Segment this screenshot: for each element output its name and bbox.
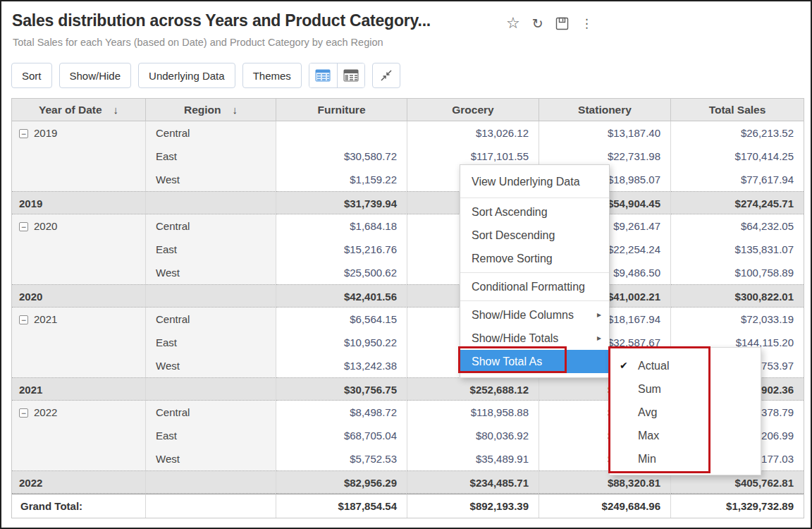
region-cell[interactable] xyxy=(146,470,276,494)
grocery-cell[interactable]: $35,489.91 xyxy=(407,447,539,470)
submenu-item-avg[interactable]: Avg xyxy=(610,401,761,424)
total-sales-cell[interactable]: $170,414.25 xyxy=(671,145,804,168)
collapse-group-icon[interactable] xyxy=(19,408,28,418)
furniture-cell[interactable]: $82,956.29 xyxy=(276,470,407,494)
submenu-item-max[interactable]: Max xyxy=(610,424,761,447)
region-cell[interactable] xyxy=(146,284,276,308)
furniture-cell[interactable]: $30,756.75 xyxy=(276,377,407,401)
region-cell[interactable]: Central xyxy=(146,308,276,331)
stationery-cell[interactable]: $249,684.96 xyxy=(539,494,671,518)
year-cell[interactable]: 2020 xyxy=(12,284,146,308)
region-cell[interactable]: West xyxy=(146,261,276,284)
region-cell[interactable] xyxy=(146,377,276,401)
favorite-star-icon[interactable] xyxy=(506,16,520,31)
menu-item-view-underlying-data[interactable]: View Underlying Data xyxy=(460,168,609,195)
menu-item-conditional-formatting[interactable]: Conditional Formatting xyxy=(460,275,609,298)
furniture-cell[interactable]: $25,500.62 xyxy=(276,261,407,284)
total-sales-cell[interactable]: $135,831.07 xyxy=(671,238,804,261)
menu-item-show-hide-totals[interactable]: Show/Hide Totals xyxy=(460,327,609,350)
total-sales-cell[interactable]: $64,232.05 xyxy=(671,214,804,238)
furniture-cell[interactable]: $8,498.72 xyxy=(276,401,407,424)
region-cell[interactable]: West xyxy=(146,354,276,377)
furniture-cell[interactable]: $68,705.04 xyxy=(276,424,407,447)
underlying-data-button[interactable]: Underlying Data xyxy=(138,63,235,88)
refresh-icon[interactable] xyxy=(532,16,543,32)
year-cell[interactable] xyxy=(12,447,146,470)
total-sales-cell[interactable]: $77,617.94 xyxy=(671,168,804,191)
grocery-cell[interactable]: $234,485.71 xyxy=(407,470,539,494)
total-sales-cell[interactable]: $1,329,732.89 xyxy=(671,494,804,518)
furniture-cell[interactable]: $187,854.54 xyxy=(276,494,407,518)
region-cell[interactable]: West xyxy=(146,168,276,191)
submenu-item-min[interactable]: Min xyxy=(610,447,761,470)
menu-item-show-hide-columns[interactable]: Show/Hide Columns xyxy=(460,303,609,327)
collapse-panel-icon[interactable] xyxy=(372,63,400,88)
year-cell[interactable] xyxy=(12,238,146,261)
grocery-cell[interactable]: $252,688.12 xyxy=(407,377,539,401)
furniture-cell[interactable]: $5,752.53 xyxy=(276,447,407,470)
region-cell[interactable] xyxy=(146,191,276,214)
column-header-year[interactable]: Year of Date xyxy=(12,99,146,121)
column-header-stationery[interactable]: Stationery xyxy=(539,99,671,121)
collapse-group-icon[interactable] xyxy=(19,315,28,324)
region-cell[interactable]: East xyxy=(146,424,276,447)
year-cell[interactable] xyxy=(12,168,146,191)
region-cell[interactable]: Central xyxy=(146,121,276,145)
furniture-cell[interactable]: $10,950.22 xyxy=(276,331,407,354)
collapse-group-icon[interactable] xyxy=(19,129,28,138)
show-hide-button[interactable]: Show/Hide xyxy=(59,63,132,88)
year-cell[interactable] xyxy=(12,354,146,377)
furniture-cell[interactable]: $31,739.94 xyxy=(276,191,407,214)
year-cell[interactable]: 2019 xyxy=(12,121,146,145)
grocery-cell[interactable]: $892,193.39 xyxy=(407,494,539,518)
year-cell[interactable]: 2021 xyxy=(12,308,146,331)
total-sales-cell[interactable]: $300,822.01 xyxy=(671,284,804,308)
year-cell[interactable]: 2020 xyxy=(12,214,146,238)
more-options-icon[interactable] xyxy=(581,15,593,32)
menu-item-remove-sorting[interactable]: Remove Sorting xyxy=(460,247,609,270)
year-cell[interactable] xyxy=(12,424,146,447)
furniture-cell[interactable]: $6,564.15 xyxy=(276,308,407,331)
furniture-cell[interactable]: $15,216.76 xyxy=(276,238,407,261)
year-cell[interactable] xyxy=(12,145,146,168)
total-sales-cell[interactable]: $274,245.71 xyxy=(671,191,804,214)
column-header-region[interactable]: Region xyxy=(146,99,276,121)
total-sales-cell[interactable]: $26,213.52 xyxy=(671,121,804,145)
furniture-cell[interactable]: $13,242.38 xyxy=(276,354,407,377)
stationery-cell[interactable]: $13,187.40 xyxy=(539,121,671,145)
region-cell[interactable]: West xyxy=(146,447,276,470)
region-cell[interactable]: East xyxy=(146,238,276,261)
grocery-cell[interactable]: $118,958.88 xyxy=(407,401,539,424)
submenu-item-sum[interactable]: Sum xyxy=(610,377,761,401)
menu-item-sort-ascending[interactable]: Sort Ascending xyxy=(460,200,609,224)
furniture-cell[interactable]: $1,684.18 xyxy=(276,214,407,238)
collapse-group-icon[interactable] xyxy=(19,222,28,231)
grocery-cell[interactable]: $80,036.92 xyxy=(407,424,539,447)
column-header-total-sales[interactable]: Total Sales xyxy=(671,99,804,121)
year-cell[interactable]: 2022 xyxy=(12,470,146,494)
submenu-item-actual[interactable]: Actual xyxy=(610,354,761,377)
total-sales-cell[interactable]: $72,033.19 xyxy=(671,308,804,331)
column-header-grocery[interactable]: Grocery xyxy=(407,99,539,121)
table-view-dark-icon[interactable] xyxy=(337,63,364,87)
region-cell[interactable]: East xyxy=(146,145,276,168)
furniture-cell[interactable] xyxy=(276,121,407,145)
menu-item-sort-descending[interactable]: Sort Descending xyxy=(460,224,609,247)
year-cell[interactable] xyxy=(12,261,146,284)
sort-button[interactable]: Sort xyxy=(11,63,52,88)
region-cell[interactable]: Central xyxy=(146,214,276,238)
column-header-furniture[interactable]: Furniture xyxy=(276,99,407,121)
grand-total-label-cell[interactable]: Grand Total: xyxy=(12,494,146,518)
table-view-blue-icon[interactable] xyxy=(309,63,337,87)
year-cell[interactable]: 2019 xyxy=(12,191,146,214)
region-cell[interactable]: East xyxy=(146,331,276,354)
grocery-cell[interactable]: $13,026.12 xyxy=(407,121,539,145)
year-cell[interactable] xyxy=(12,331,146,354)
region-cell[interactable] xyxy=(146,494,276,518)
themes-button[interactable]: Themes xyxy=(242,63,302,88)
menu-item-show-total-as[interactable]: Show Total As xyxy=(460,350,609,373)
year-cell[interactable]: 2021 xyxy=(12,377,146,401)
furniture-cell[interactable]: $42,401.56 xyxy=(276,284,407,308)
furniture-cell[interactable]: $1,159.22 xyxy=(276,168,407,191)
furniture-cell[interactable]: $30,580.72 xyxy=(276,145,407,168)
